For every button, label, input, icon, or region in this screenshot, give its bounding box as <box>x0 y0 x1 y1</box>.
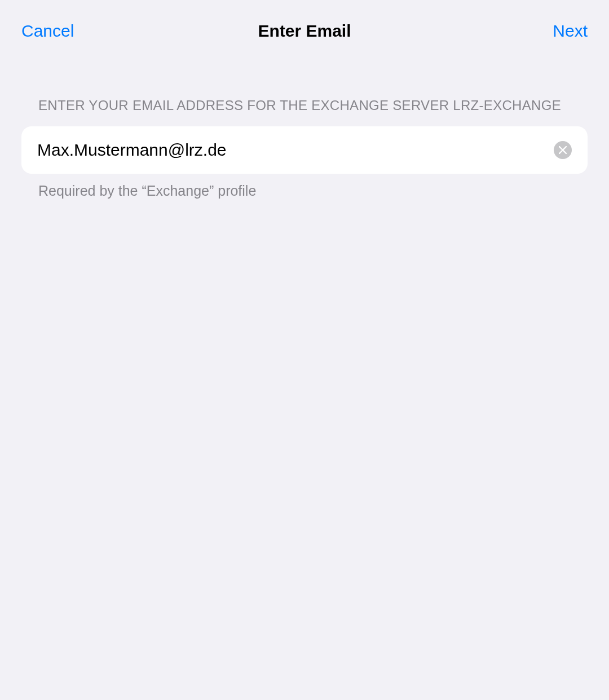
email-field[interactable] <box>37 140 554 160</box>
modal-title: Enter Email <box>258 21 351 40</box>
enter-email-modal: Cancel Enter Email Next ENTER YOUR EMAIL… <box>0 0 609 700</box>
section-header-label: ENTER YOUR EMAIL ADDRESS FOR THE EXCHANG… <box>21 96 588 122</box>
cancel-button[interactable]: Cancel <box>21 21 74 41</box>
modal-content: ENTER YOUR EMAIL ADDRESS FOR THE EXCHANG… <box>0 46 609 199</box>
email-input-row <box>21 126 588 174</box>
clear-input-button[interactable] <box>554 141 572 159</box>
close-icon <box>559 146 567 154</box>
next-button[interactable]: Next <box>553 21 588 41</box>
section-footer-label: Required by the “Exchange” profile <box>21 174 588 199</box>
modal-header: Cancel Enter Email Next <box>0 0 609 46</box>
